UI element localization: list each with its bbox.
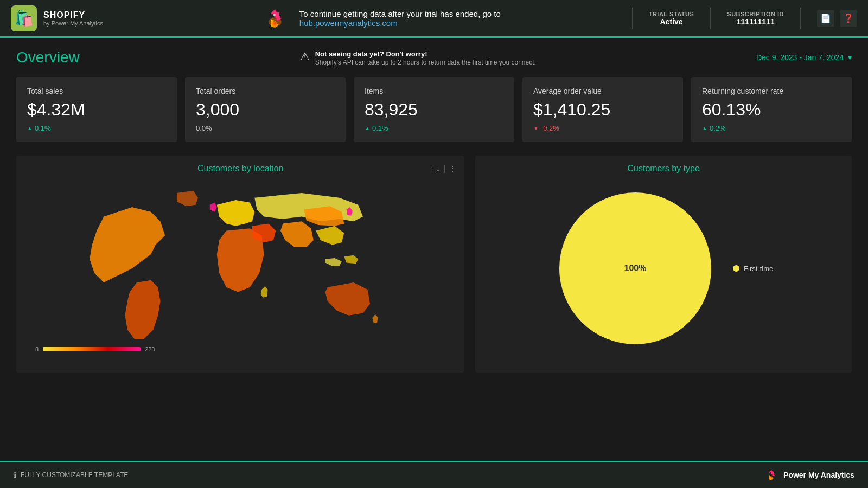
date-range-arrow: ▾ [848, 53, 852, 62]
kpi-label-1: Total orders [196, 87, 335, 95]
kpi-card-3: Average order value$1,410.25▼ -0.2% [522, 77, 683, 142]
down-arrow-icon: ▼ [533, 125, 539, 131]
help-icon-button[interactable]: ❓ [840, 10, 857, 27]
logo-sub: by Power My Analytics [43, 20, 103, 27]
pie-legend-item-0: First-time [733, 265, 773, 273]
kpi-change-0: ▲ 0.1% [27, 124, 166, 132]
pie-container: 100% First-time [483, 179, 844, 358]
logo-area: 🛍️ SHOPIFY by Power My Analytics [11, 5, 130, 31]
bottom-left: ℹ FULLY CUSTOMIZABLE TEMPLATE [14, 471, 128, 479]
kpi-value-2: 83,925 [365, 100, 503, 120]
world-map-svg [24, 179, 456, 358]
logo-title: SHOPIFY [43, 10, 103, 20]
header-center: To continue getting data after your tria… [130, 5, 632, 32]
pma-icon [261, 5, 289, 32]
map-legend: 8 223 [35, 346, 155, 352]
map-chart-title: Customers by location [24, 164, 456, 174]
svg-point-1 [273, 13, 276, 16]
warning-text: Not seeing data yet? Don't worry! Shopif… [315, 49, 536, 66]
pie-legend: First-time [733, 265, 773, 273]
kpi-change-1: 0.0% [196, 124, 335, 132]
kpi-label-0: Total sales [27, 87, 166, 95]
subscription-value: 111111111 [737, 17, 775, 26]
trial-message: To continue getting data after your tria… [299, 9, 501, 28]
chart-sort-asc-button[interactable]: ↑ [429, 164, 433, 174]
warning-message: ⚠ Not seeing data yet? Don't worry! Shop… [300, 49, 536, 66]
header-icons: 📄 ❓ [817, 10, 857, 27]
bottom-brand-name: Power My Analytics [783, 471, 854, 479]
kpi-change-2: ▲ 0.1% [365, 124, 503, 132]
subscription-label: SUBSCRIPTION ID [727, 11, 784, 17]
bottom-pma-icon [764, 467, 779, 483]
bottom-right: Power My Analytics [764, 467, 854, 483]
up-arrow-icon: ▲ [27, 125, 33, 131]
kpi-value-4: 60.13% [702, 100, 841, 120]
trial-status-block: TRIAL STATUS Active [649, 11, 694, 26]
pie-chart-card: Customers by type 100% First-time [475, 156, 852, 373]
date-range-selector[interactable]: Dec 9, 2023 - Jan 7, 2024 ▾ [756, 53, 852, 62]
pie-legend-dot-0 [733, 265, 739, 272]
trial-status-value: Active [660, 17, 682, 26]
warning-icon: ⚠ [300, 50, 310, 63]
kpi-label-2: Items [365, 87, 503, 95]
top-header: 🛍️ SHOPIFY by Power My Analytics To cont… [0, 0, 868, 38]
logo-text: SHOPIFY by Power My Analytics [43, 10, 103, 27]
chart-more-button[interactable]: ⋮ [449, 164, 456, 174]
legend-gradient [43, 347, 141, 351]
trial-link[interactable]: hub.powermyanalytics.com [299, 18, 398, 28]
kpi-card-0: Total sales$4.32M▲ 0.1% [16, 77, 177, 142]
shopify-logo: 🛍️ [11, 5, 37, 31]
kpi-label-4: Returning customer rate [702, 87, 841, 95]
header-right: TRIAL STATUS Active SUBSCRIPTION ID 1111… [632, 8, 857, 29]
page-title: Overview [16, 49, 80, 66]
kpi-change-4: ▲ 0.2% [702, 124, 841, 132]
divider [632, 8, 633, 29]
kpi-card-2: Items83,925▲ 0.1% [354, 77, 514, 142]
kpi-value-1: 3,000 [196, 100, 335, 120]
divider2 [710, 8, 711, 29]
customizable-label: FULLY CUSTOMIZABLE TEMPLATE [21, 471, 128, 479]
kpi-label-3: Average order value [533, 87, 672, 95]
trial-status-label: TRIAL STATUS [649, 11, 694, 17]
page-header: Overview ⚠ Not seeing data yet? Don't wo… [16, 49, 852, 66]
pie-legend-label-0: First-time [744, 265, 773, 273]
pie-chart-title: Customers by type [483, 164, 844, 174]
legend-max: 223 [145, 346, 155, 352]
kpi-value-0: $4.32M [27, 100, 166, 120]
chart-controls: ↑ ↓ | ⋮ [429, 164, 456, 174]
pie-chart-svg: 100% [554, 187, 717, 350]
map-container: 8 223 [24, 179, 456, 358]
up-arrow-icon: ▲ [365, 125, 370, 131]
kpi-card-1: Total orders3,0000.0% [185, 77, 346, 142]
date-range-text: Dec 9, 2023 - Jan 7, 2024 [756, 53, 844, 62]
chart-sort-desc-button[interactable]: ↓ [436, 164, 440, 174]
svg-text:100%: 100% [624, 264, 647, 273]
page-content: Overview ⚠ Not seeing data yet? Don't wo… [0, 38, 868, 461]
charts-row: Customers by location ↑ ↓ | ⋮ [16, 156, 852, 373]
divider3 [800, 8, 801, 29]
docs-icon-button[interactable]: 📄 [817, 10, 834, 27]
kpi-row: Total sales$4.32M▲ 0.1%Total orders3,000… [16, 77, 852, 142]
map-chart-card: Customers by location ↑ ↓ | ⋮ [16, 156, 464, 373]
info-icon: ℹ [14, 471, 16, 479]
kpi-value-3: $1,410.25 [533, 100, 672, 120]
up-arrow-icon: ▲ [702, 125, 707, 131]
legend-min: 8 [35, 346, 39, 352]
kpi-change-3: ▼ -0.2% [533, 124, 672, 132]
subscription-block: SUBSCRIPTION ID 111111111 [727, 11, 784, 26]
bottom-bar: ℹ FULLY CUSTOMIZABLE TEMPLATE Power My A… [0, 461, 868, 488]
kpi-card-4: Returning customer rate60.13%▲ 0.2% [691, 77, 852, 142]
